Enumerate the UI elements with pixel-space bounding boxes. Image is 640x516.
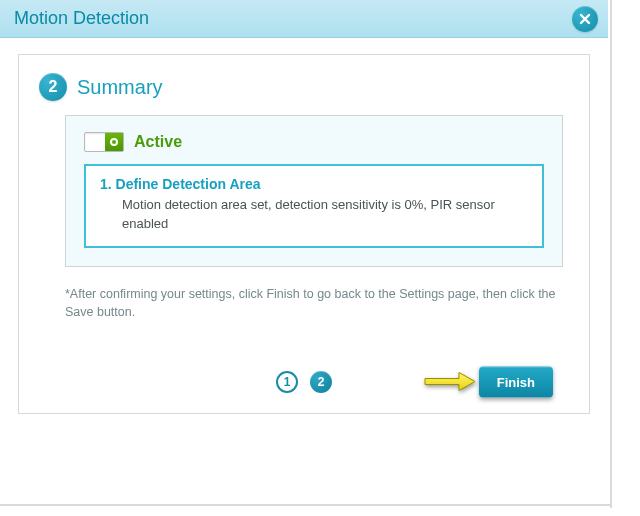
arrow-right-icon [423, 371, 477, 393]
switch-on-indicator [105, 133, 123, 151]
finish-group: Finish [423, 366, 553, 397]
titlebar: Motion Detection [0, 0, 608, 38]
content-area: 2 Summary Active 1. Define Detection Are… [0, 38, 608, 438]
footer-row: 1 2 Fin [35, 371, 573, 393]
pager-step-1[interactable]: 1 [276, 371, 298, 393]
active-row: Active [84, 132, 544, 152]
frame-border-right [610, 0, 612, 508]
switch-dot-icon [110, 138, 118, 146]
active-switch[interactable] [84, 132, 124, 152]
motion-detection-dialog: Motion Detection 2 Summary Active [0, 0, 608, 438]
confirmation-note: *After confirming your settings, click F… [65, 285, 563, 321]
step-number-badge: 2 [39, 73, 67, 101]
frame-border-bottom [0, 504, 610, 506]
panel: 2 Summary Active 1. Define Detection Are… [18, 54, 590, 414]
summary-frame: Active 1. Define Detection Area Motion d… [65, 115, 563, 267]
step-heading: 2 Summary [39, 73, 573, 101]
pager-step-2[interactable]: 2 [310, 371, 332, 393]
step-box-description: Motion detection area set, detection sen… [100, 196, 528, 234]
step-box-title: 1. Define Detection Area [100, 176, 528, 192]
active-label: Active [134, 133, 182, 151]
close-icon [579, 13, 591, 25]
finish-button[interactable]: Finish [479, 366, 553, 397]
step-definition-box[interactable]: 1. Define Detection Area Motion detectio… [84, 164, 544, 248]
close-button[interactable] [572, 6, 598, 32]
dialog-title: Motion Detection [14, 8, 149, 29]
step-heading-text: Summary [77, 76, 163, 99]
